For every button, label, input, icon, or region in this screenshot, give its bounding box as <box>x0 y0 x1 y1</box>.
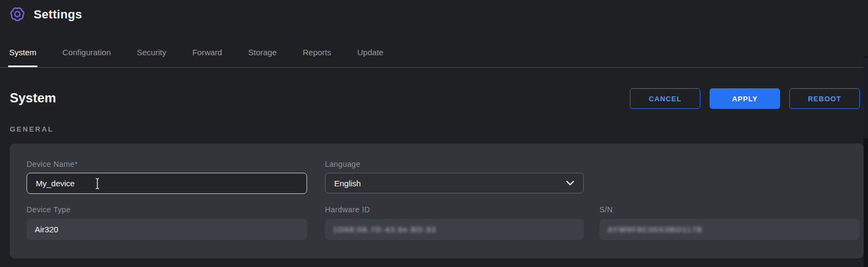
device-type-field: Air320 <box>27 219 307 240</box>
language-select[interactable]: English <box>325 173 584 193</box>
tab-bar: System Configuration Security Forward St… <box>9 48 384 69</box>
gear-icon <box>9 6 25 22</box>
vertical-scrollbar[interactable] <box>864 56 868 267</box>
device-type-label: Device Type <box>27 205 71 214</box>
settings-page: Settings System Configuration Security F… <box>0 0 868 267</box>
language-selected-value: English <box>334 179 361 188</box>
group-title-general: GENERAL <box>10 125 54 133</box>
general-panel: Device Name* Language English Device Typ… <box>10 144 864 258</box>
required-asterisk: * <box>74 160 78 168</box>
tab-configuration[interactable]: Configuration <box>62 48 111 69</box>
tab-storage[interactable]: Storage <box>248 48 277 69</box>
device-name-label: Device Name* <box>27 160 78 168</box>
chevron-down-icon <box>566 180 575 186</box>
tab-reports[interactable]: Reports <box>303 48 331 69</box>
tab-security[interactable]: Security <box>137 48 166 69</box>
language-label: Language <box>325 160 361 168</box>
hardware-id-field: 1D68:08.7D-43.8e.BD.93 <box>325 219 584 240</box>
reboot-button[interactable]: REBOOT <box>789 88 860 109</box>
section-title: System <box>10 90 56 106</box>
tab-update[interactable]: Update <box>358 48 384 69</box>
tab-separator <box>0 67 864 68</box>
hardware-id-label: Hardware ID <box>325 205 370 214</box>
serial-number-value-redacted: AYW9F8C00X3BO117B <box>608 225 703 234</box>
serial-number-label: S/N <box>599 205 613 214</box>
serial-number-field: AYW9F8C00X3BO117B <box>599 219 859 240</box>
page-title: Settings <box>34 8 82 22</box>
device-name-input[interactable] <box>27 173 307 194</box>
tab-system[interactable]: System <box>9 48 36 69</box>
tab-forward[interactable]: Forward <box>192 48 222 69</box>
apply-button[interactable]: APPLY <box>710 88 780 109</box>
action-buttons: CANCEL APPLY REBOOT <box>630 88 860 109</box>
device-type-value: Air320 <box>35 225 58 234</box>
cancel-button[interactable]: CANCEL <box>630 88 700 109</box>
hardware-id-value-redacted: 1D68:08.7D-43.8e.BD.93 <box>333 225 436 234</box>
scrollbar-thumb[interactable] <box>864 57 868 139</box>
